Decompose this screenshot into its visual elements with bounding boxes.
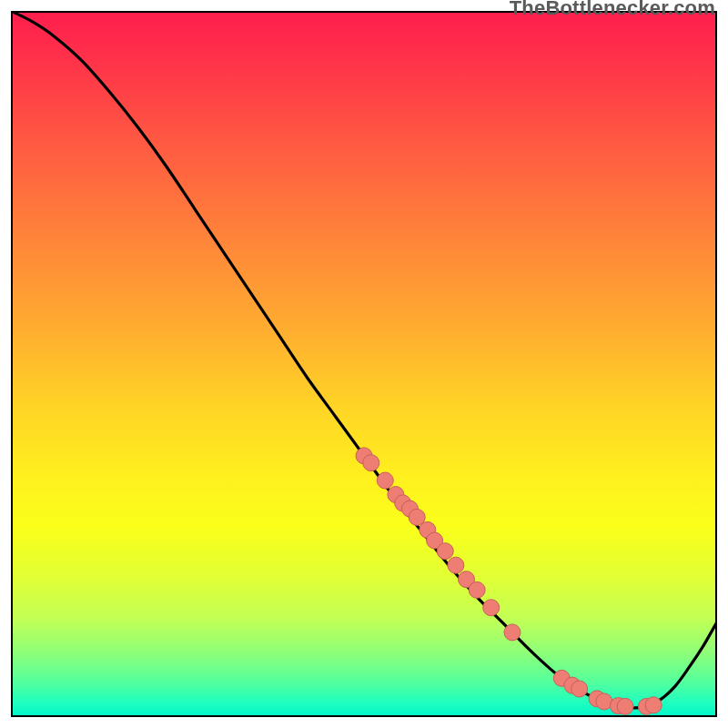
data-point <box>377 472 393 489</box>
data-point <box>483 600 500 616</box>
plot-area <box>11 11 717 717</box>
data-point <box>437 543 453 560</box>
bottleneck-curve <box>11 11 717 708</box>
data-point <box>448 557 464 573</box>
data-point <box>571 681 588 697</box>
markers-group <box>356 448 662 714</box>
curve-layer <box>11 11 717 717</box>
data-point <box>645 697 662 713</box>
data-point <box>363 455 379 471</box>
attribution-text: TheBottlenecker.com <box>510 0 715 20</box>
data-point <box>504 624 521 641</box>
data-point <box>617 698 633 714</box>
bottleneck-chart: TheBottlenecker.com <box>0 0 728 728</box>
data-point <box>469 581 485 598</box>
